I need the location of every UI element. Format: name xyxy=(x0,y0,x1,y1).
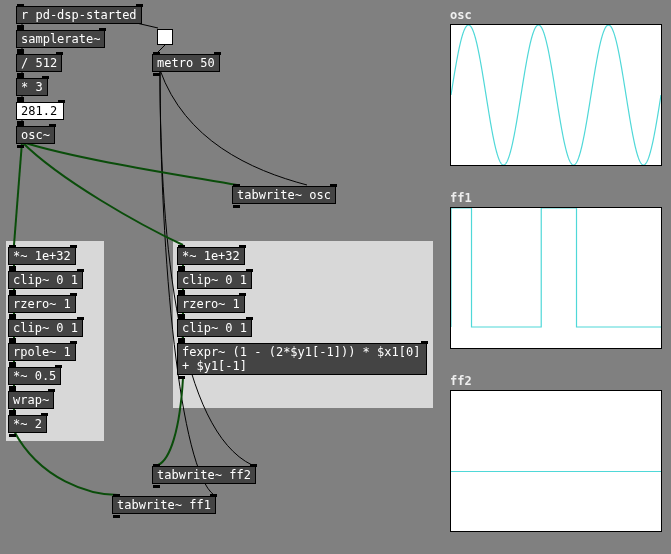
obj-l-clip2[interactable]: clip~ 0 1 xyxy=(8,319,83,337)
array-label-ff2: ff2 xyxy=(450,374,472,388)
obj-tabwrite-ff1[interactable]: tabwrite~ ff1 xyxy=(112,496,216,514)
obj-mul3[interactable]: * 3 xyxy=(16,78,48,96)
obj-l-rzero[interactable]: rzero~ 1 xyxy=(8,295,76,313)
array-ff1[interactable] xyxy=(450,207,662,349)
obj-samplerate[interactable]: samplerate~ xyxy=(16,30,105,48)
obj-r-rzero[interactable]: rzero~ 1 xyxy=(177,295,245,313)
obj-tabwrite-osc[interactable]: tabwrite~ osc xyxy=(232,186,336,204)
obj-l-mul-half[interactable]: *~ 0.5 xyxy=(8,367,61,385)
obj-metro[interactable]: metro 50 xyxy=(152,54,220,72)
obj-l-wrap[interactable]: wrap~ xyxy=(8,391,54,409)
toggle-metro[interactable] xyxy=(157,29,173,45)
obj-l-clip1[interactable]: clip~ 0 1 xyxy=(8,271,83,289)
obj-r-clip1[interactable]: clip~ 0 1 xyxy=(177,271,252,289)
obj-l-mul-big[interactable]: *~ 1e+32 xyxy=(8,247,76,265)
array-label-ff1: ff1 xyxy=(450,191,472,205)
array-ff2[interactable] xyxy=(450,390,662,532)
obj-l-rpole[interactable]: rpole~ 1 xyxy=(8,343,76,361)
numbox-freq[interactable]: 281.2 xyxy=(16,102,64,120)
obj-r-mul-big[interactable]: *~ 1e+32 xyxy=(177,247,245,265)
obj-l-mul2[interactable]: *~ 2 xyxy=(8,415,47,433)
obj-receive[interactable]: r pd-dsp-started xyxy=(16,6,142,24)
obj-div512[interactable]: / 512 xyxy=(16,54,62,72)
array-osc[interactable] xyxy=(450,24,662,166)
array-label-osc: osc xyxy=(450,8,472,22)
obj-tabwrite-ff2[interactable]: tabwrite~ ff2 xyxy=(152,466,256,484)
obj-r-fexpr[interactable]: fexpr~ (1 - (2*$y1[-1])) * $x1[0] + $y1[… xyxy=(177,343,427,375)
obj-r-clip2[interactable]: clip~ 0 1 xyxy=(177,319,252,337)
obj-osc[interactable]: osc~ xyxy=(16,126,55,144)
